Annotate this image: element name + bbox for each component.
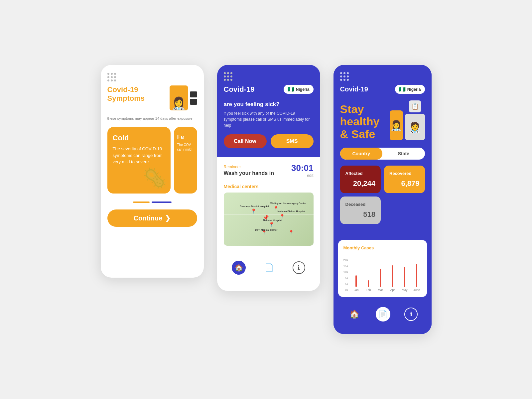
bar-group-June — [412, 264, 421, 287]
y-label-15k: 15k — [343, 264, 348, 268]
fever-body: The COV can r mild — [177, 143, 194, 152]
deceased-label: Deceased — [345, 202, 376, 207]
affected-card: Affected 20,244 — [340, 166, 381, 193]
chart-title: Monthly Cases — [343, 245, 422, 250]
y-label-5k: 5k — [343, 276, 348, 280]
reminder-row: Reminder Wash your hands in 30:01 edit — [224, 163, 314, 178]
doctor-figure — [170, 85, 188, 110]
recovered-card: Recovered 6,879 — [384, 166, 425, 193]
virus-bg-icon: 🦠 — [142, 167, 167, 190]
bar-May — [404, 267, 405, 287]
bar-group-Jan — [351, 275, 361, 287]
p2-header: Covid-19 🇳🇬 Nigeria — [224, 85, 314, 94]
grid-dots-3 — [340, 72, 425, 81]
chart-content: 0k 5k 5k 10k 15k 20k JanFebMarAprMayJ — [343, 254, 422, 292]
p2-doc-nav-button[interactable]: 📄 — [262, 261, 276, 275]
p2-top-section: Covid-19 🇳🇬 Nigeria are you feeling sick… — [217, 65, 320, 157]
p3-home-icon: 🏠 — [349, 310, 359, 319]
progress-indicator — [107, 201, 197, 203]
bar-Apr — [392, 265, 393, 287]
clipboard-icon: 📋 — [409, 100, 421, 112]
grid-dots-2 — [224, 72, 314, 81]
symptom-cards: Cold The severity of COVID-19 symptoms c… — [107, 127, 197, 194]
bars-row — [351, 254, 421, 287]
p3-nigeria-flag-icon: 🇳🇬 — [399, 86, 406, 92]
map-pin-3: 📍 — [279, 214, 285, 219]
p3-header: Covid-19 🇳🇬 Nigeria — [340, 85, 425, 94]
doc-boxes — [190, 91, 197, 105]
p3-hero-row: Stayhealthy& Safe 📋 — [340, 100, 425, 140]
x-label-Feb: Feb — [363, 288, 373, 292]
deceased-card: Deceased 518 — [340, 197, 381, 224]
y-label-10k: 10k — [343, 270, 348, 274]
stay-healthy-text: Stayhealthy& Safe — [340, 103, 380, 140]
tab-country[interactable]: Country — [340, 148, 383, 160]
info-icon: ℹ — [298, 264, 300, 271]
fever-card: Fe The COV can r mild — [174, 127, 197, 194]
call-now-button[interactable]: Call Now — [224, 134, 267, 148]
progress-bar-1 — [133, 201, 150, 203]
figure-group-2: 📋 — [405, 100, 425, 140]
p3-info-nav-button[interactable]: ℹ — [404, 308, 418, 321]
x-label-Jan: Jan — [351, 288, 361, 292]
map-pin-4: 📍 — [269, 222, 274, 227]
x-label-May: May — [400, 288, 409, 292]
x-labels: JanFebMarAprMayJune — [351, 288, 421, 292]
p3-top-section: Covid-19 🇳🇬 Nigeria Stayhealthy& Safe 📋 — [333, 65, 432, 237]
x-label-June: June — [412, 288, 421, 292]
recovered-value: 6,879 — [389, 179, 420, 188]
p2-home-nav-button[interactable]: 🏠 — [232, 261, 246, 275]
arrow-icon: ❯ — [165, 214, 171, 222]
reminder-info: Reminder Wash your hands in — [224, 165, 274, 176]
p3-stats-grid: Affected 20,244 Recovered 6,879 Deceased… — [340, 166, 425, 224]
p2-bottom-nav: 🏠 📄 ℹ — [217, 256, 320, 279]
p3-info-icon: ℹ — [410, 311, 412, 318]
chart-y-axis: 0k 5k 5k 10k 15k 20k — [343, 258, 348, 292]
bar-group-Mar — [376, 269, 385, 287]
cold-body: The severity of COVID-19 symptoms can ra… — [113, 146, 165, 165]
figure-nurse-2 — [405, 114, 425, 140]
p3-chart-section: Monthly Cases 0k 5k 5k 10k 15k 20k — [333, 240, 432, 297]
p2-body: Reminder Wash your hands in 30:01 edit M… — [217, 157, 320, 252]
x-label-Apr: Apr — [388, 288, 397, 292]
p3-figures: 📋 — [390, 100, 425, 140]
fever-title: Fe — [177, 134, 194, 141]
bar-group-Apr — [388, 265, 397, 287]
recovered-label: Recovered — [389, 171, 420, 176]
continue-button[interactable]: Continue ❯ — [107, 209, 197, 227]
p3-doc-nav-button[interactable]: 📄 — [376, 307, 390, 322]
p2-info-nav-button[interactable]: ℹ — [293, 261, 305, 274]
cold-card: Cold The severity of COVID-19 symptoms c… — [107, 127, 171, 194]
bar-Feb — [368, 280, 369, 287]
edit-link[interactable]: edit — [291, 173, 314, 178]
y-label-0k: 0k — [343, 288, 348, 292]
timer-group: 30:01 edit — [291, 163, 314, 178]
map-label-3: Maitama District Hospital — [278, 210, 306, 212]
p1-subtitle: these symptoms may appear 14 days after … — [107, 116, 197, 120]
reminder-label: Reminder — [224, 165, 274, 169]
map-label-1: Gwarinpa District Hospital — [240, 205, 269, 207]
map-label-4: National Hospital — [263, 219, 282, 221]
affected-label: Affected — [345, 171, 376, 176]
bar-Jan — [355, 275, 357, 287]
figure-nurse-1 — [390, 110, 403, 140]
p3-home-nav-button[interactable]: 🏠 — [347, 307, 362, 322]
reminder-text: Wash your hands in — [224, 170, 274, 176]
p1-title: Covid-19 Symptoms — [107, 85, 145, 103]
affected-value: 20,244 — [345, 179, 376, 188]
progress-bar-2 — [152, 201, 172, 203]
doc-icon: 📄 — [265, 263, 274, 272]
bar-June — [416, 264, 417, 287]
p2-country-badge: 🇳🇬 Nigeria — [284, 85, 314, 94]
bar-group-Feb — [363, 280, 373, 287]
monthly-cases-chart: Monthly Cases 0k 5k 5k 10k 15k 20k — [338, 240, 427, 297]
p2-title: Covid-19 — [224, 85, 255, 94]
deceased-value: 518 — [345, 210, 376, 219]
sms-button[interactable]: SMS — [271, 134, 314, 148]
tab-state[interactable]: State — [382, 148, 425, 160]
p3-title: Covid-19 — [340, 85, 368, 93]
phone-screen-3: Covid-19 🇳🇬 Nigeria Stayhealthy& Safe 📋 — [333, 65, 432, 334]
p3-country-badge: 🇳🇬 Nigeria — [395, 85, 425, 94]
map-label-2: Wellington Neurosurgery Centre — [270, 202, 306, 204]
nigeria-flag-icon: 🇳🇬 — [288, 86, 294, 92]
